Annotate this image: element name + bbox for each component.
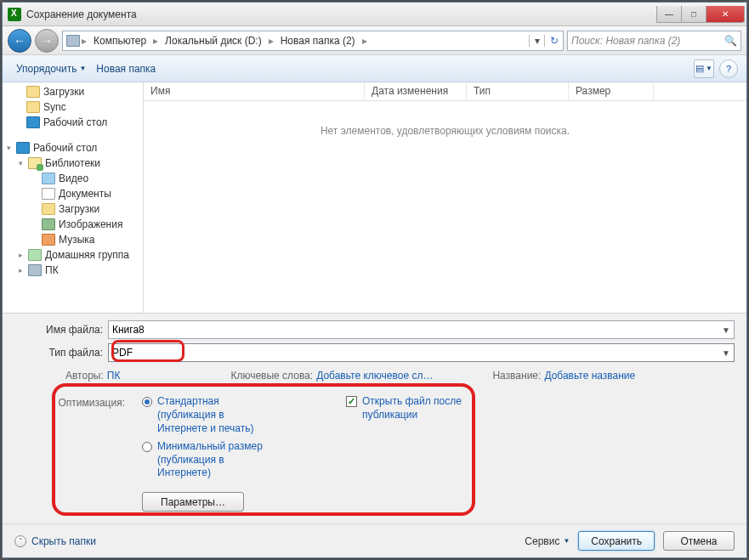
optimization-block: Оптимизация: Стандартная (публикация в И… — [14, 388, 735, 515]
parameters-button[interactable]: Параметры… — [142, 492, 244, 512]
tree-item[interactable]: Sync — [3, 99, 143, 115]
tree-item-label: Рабочий стол — [43, 116, 107, 128]
search-icon[interactable]: 🔍 — [724, 35, 737, 47]
breadcrumb-sep: ▸ — [151, 35, 160, 47]
folder-tree[interactable]: ЗагрузкиSyncРабочий стол▾Рабочий стол▾Би… — [3, 82, 144, 313]
checkbox-checked-icon: ✓ — [346, 396, 357, 407]
keywords-value[interactable]: Добавьте ключевое сл… — [316, 370, 433, 382]
organize-label: Упорядочить — [16, 63, 77, 75]
tree-item-label: Документы — [59, 188, 111, 200]
tree-item-label: Домашняя группа — [45, 249, 129, 261]
expand-icon[interactable]: ▾ — [16, 159, 25, 167]
tree-item[interactable]: ▸Домашняя группа — [3, 247, 143, 263]
address-dropdown[interactable]: ▾ — [529, 35, 544, 47]
tree-item[interactable]: Изображения — [3, 217, 143, 232]
title-label: Название: — [492, 370, 541, 382]
chevron-down-icon: ▼ — [563, 537, 570, 545]
body: ЗагрузкиSyncРабочий стол▾Рабочий стол▾Би… — [3, 82, 746, 313]
column-size[interactable]: Размер — [569, 82, 654, 100]
cancel-button[interactable]: Отмена — [663, 531, 735, 551]
help-button[interactable]: ? — [719, 59, 738, 78]
optimize-label: Оптимизация: — [57, 395, 125, 512]
save-form: Имя файла: Книга8 ▼ Тип файла: PDF ▼ Авт… — [3, 313, 746, 523]
folder-icon — [42, 203, 55, 215]
save-button[interactable]: Сохранить — [578, 531, 655, 551]
column-date[interactable]: Дата изменения — [365, 82, 467, 100]
authors-value[interactable]: ПК — [107, 370, 121, 382]
home-icon — [28, 249, 42, 261]
service-label: Сервис — [525, 535, 559, 547]
tree-item[interactable]: Загрузки — [3, 84, 143, 99]
radio-standard-label: Стандартная (публикация в Интернете и пе… — [157, 395, 270, 435]
tree-item[interactable]: ▾Библиотеки — [3, 156, 143, 171]
radio-off-icon — [142, 442, 152, 452]
radio-on-icon — [142, 397, 152, 407]
forward-button[interactable]: → — [35, 29, 59, 53]
tree-item-label: Рабочий стол — [33, 142, 97, 154]
checkbox-open-after[interactable]: ✓ Открыть файл после публикации — [346, 395, 482, 421]
expand-icon[interactable]: ▾ — [4, 144, 13, 152]
search-input[interactable]: Поиск: Новая папка (2) 🔍 — [567, 31, 741, 51]
tree-item-label: Sync — [43, 101, 66, 113]
navigation-bar: ← → ▸ Компьютер ▸ Локальный диск (D:) ▸ … — [3, 26, 746, 55]
hide-folders-toggle[interactable]: ˄ Скрыть папки — [14, 535, 96, 547]
new-folder-button[interactable]: Новая папка — [91, 59, 161, 78]
chevron-down-icon[interactable]: ▼ — [722, 348, 730, 358]
title-value[interactable]: Добавьте название — [544, 370, 635, 382]
dialog-footer: ˄ Скрыть папки Сервис ▼ Сохранить Отмена — [3, 523, 746, 557]
app-icon — [8, 8, 21, 21]
tree-item[interactable]: ▾Рабочий стол — [3, 140, 143, 156]
metadata-row: Авторы: ПК Ключевые слова: Добавьте ключ… — [14, 366, 735, 388]
hide-folders-label: Скрыть папки — [31, 535, 96, 547]
breadcrumb-computer[interactable]: Компьютер — [88, 33, 151, 48]
tree-item-label: Музыка — [59, 234, 94, 246]
breadcrumb-sep: ▸ — [80, 35, 88, 47]
service-menu[interactable]: Сервис ▼ — [525, 535, 570, 547]
titlebar[interactable]: Сохранение документа — □ ✕ — [3, 3, 746, 26]
close-button[interactable]: ✕ — [706, 6, 745, 23]
column-name[interactable]: Имя — [144, 82, 365, 100]
radio-standard[interactable]: Стандартная (публикация в Интернете и пе… — [142, 395, 270, 435]
filetype-dropdown[interactable]: PDF ▼ — [108, 343, 735, 362]
tree-item[interactable]: Рабочий стол — [3, 115, 143, 130]
breadcrumb-folder[interactable]: Новая папка (2) — [275, 33, 360, 48]
tree-item-label: Загрузки — [43, 86, 84, 98]
column-headers: Имя Дата изменения Тип Размер — [144, 82, 746, 101]
filename-label: Имя файла: — [14, 324, 108, 336]
maximize-button[interactable]: □ — [681, 6, 706, 23]
save-dialog-window: Сохранение документа — □ ✕ ← → ▸ Компьют… — [2, 2, 747, 558]
toolbar: Упорядочить ▼ Новая папка ▤ ▼ ? — [3, 55, 746, 82]
breadcrumb-sep: ▸ — [267, 35, 275, 47]
doc-icon — [42, 188, 55, 200]
folder-icon — [26, 101, 40, 113]
breadcrumb-sep: ▸ — [360, 35, 369, 47]
view-mode-button[interactable]: ▤ ▼ — [694, 59, 714, 78]
expand-icon[interactable]: ▸ — [16, 266, 25, 274]
tree-item[interactable]: Музыка — [3, 232, 143, 247]
column-type[interactable]: Тип — [467, 82, 569, 100]
tree-item[interactable]: Загрузки — [3, 201, 143, 217]
tree-item-label: ПК — [45, 264, 59, 276]
minimize-button[interactable]: — — [656, 6, 682, 23]
search-placeholder: Поиск: Новая папка (2) — [571, 35, 680, 47]
refresh-button[interactable]: ↻ — [544, 35, 563, 47]
authors-label: Авторы: — [65, 370, 104, 382]
tree-item[interactable]: Видео — [3, 171, 143, 186]
breadcrumb-disk[interactable]: Локальный диск (D:) — [160, 33, 267, 48]
tree-item[interactable]: ▸ПК — [3, 263, 143, 278]
radio-minimal-label: Минимальный размер (публикация в Интерне… — [157, 440, 270, 480]
expand-icon[interactable]: ▸ — [16, 251, 25, 259]
tree-item-label: Видео — [59, 173, 88, 184]
chevron-down-icon: ▼ — [79, 65, 86, 72]
keywords-label: Ключевые слова: — [230, 370, 313, 382]
radio-minimal[interactable]: Минимальный размер (публикация в Интерне… — [142, 440, 270, 480]
back-button[interactable]: ← — [8, 29, 31, 53]
address-bar[interactable]: ▸ Компьютер ▸ Локальный диск (D:) ▸ Нова… — [62, 31, 564, 51]
help-icon: ? — [726, 64, 731, 74]
tree-item-label: Библиотеки — [45, 157, 100, 169]
desktop-icon — [26, 116, 40, 128]
filename-input[interactable]: Книга8 ▼ — [108, 320, 735, 339]
chevron-down-icon[interactable]: ▼ — [722, 325, 730, 335]
organize-menu[interactable]: Упорядочить ▼ — [11, 59, 91, 78]
tree-item[interactable]: Документы — [3, 186, 143, 201]
